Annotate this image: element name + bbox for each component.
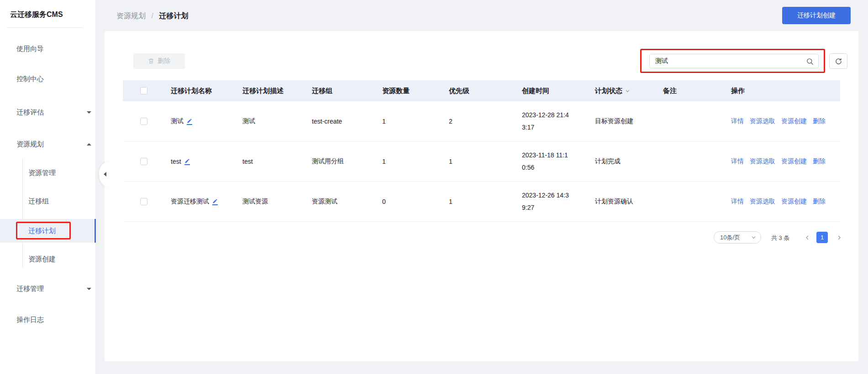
- sidebar-item-migration-group[interactable]: 迁移组: [0, 192, 96, 210]
- plan-name: 资源迁移测试: [171, 197, 209, 206]
- plan-group: test-create: [312, 101, 342, 141]
- trash-icon: [148, 58, 154, 64]
- plan-name: test: [171, 158, 181, 165]
- table-row: 资源迁移测试 测试资源 资源测试 0 1 2023-12-26 14:3 9:2…: [123, 182, 840, 222]
- row-operations: 详情 资源选取 资源创建 删除: [731, 101, 831, 141]
- resource-select-link[interactable]: 资源选取: [750, 117, 775, 125]
- status-filter-chevron-icon[interactable]: [625, 88, 630, 94]
- delete-link[interactable]: 删除: [813, 197, 826, 206]
- plan-desc: 测试: [242, 101, 255, 141]
- sidebar-collapse-handle[interactable]: [99, 161, 111, 187]
- sidebar-item-resource-management[interactable]: 资源管理: [0, 164, 96, 182]
- column-header-resource-count: 资源数量: [382, 80, 410, 101]
- sidebar-item-migration-assessment[interactable]: 迁移评估: [0, 103, 96, 121]
- column-header-group: 迁移组: [312, 80, 332, 101]
- breadcrumb-current: 迁移计划: [159, 12, 188, 20]
- edit-icon[interactable]: [187, 118, 192, 125]
- created-time: 2023-12-28 21:4 3:17: [522, 101, 569, 141]
- refresh-icon: [835, 57, 842, 65]
- sidebar-item-control-center[interactable]: 控制中心: [0, 70, 96, 88]
- breadcrumb-separator: /: [151, 12, 153, 20]
- created-time: 2023-11-18 11:1 0:56: [522, 141, 568, 182]
- page-size-value: 10条/页: [720, 234, 740, 242]
- chevron-down-icon: [87, 288, 91, 290]
- resource-create-link[interactable]: 资源创建: [781, 197, 807, 206]
- chevron-down-icon: [751, 235, 756, 240]
- column-header-created-time: 创建时间: [522, 80, 549, 101]
- total-count: 共 3 条: [771, 234, 789, 242]
- sidebar-item-label: 操作日志: [16, 316, 44, 324]
- table-header: 迁移计划名称 迁移计划描述 迁移组 资源数量 优先级 创建时间 计划状态 备注 …: [123, 80, 840, 101]
- resource-count: 0: [382, 182, 386, 222]
- detail-link[interactable]: 详情: [731, 197, 744, 206]
- sidebar-item-migration-management[interactable]: 迁移管理: [0, 280, 96, 298]
- row-checkbox[interactable]: [140, 198, 147, 205]
- resource-create-link[interactable]: 资源创建: [781, 117, 807, 125]
- column-header-priority: 优先级: [449, 80, 469, 101]
- column-header-plan-desc: 迁移计划描述: [242, 80, 284, 101]
- sidebar-item-usage-guide[interactable]: 使用向导: [0, 40, 96, 58]
- delete-link[interactable]: 删除: [813, 157, 826, 166]
- edit-icon[interactable]: [212, 198, 218, 205]
- plan-group: 资源测试: [312, 182, 337, 222]
- priority: 2: [449, 101, 452, 141]
- delete-link[interactable]: 删除: [813, 117, 826, 125]
- plan-status: 目标资源创建: [595, 101, 633, 141]
- plan-group: 测试用分组: [312, 141, 344, 182]
- sidebar-item-label: 迁移计划: [28, 227, 56, 235]
- search-box: [649, 54, 819, 68]
- sidebar-item-migration-plan[interactable]: 迁移计划: [0, 219, 96, 243]
- sidebar-item-label: 使用向导: [16, 45, 44, 53]
- content-card: 删除 迁移计划名称 迁移计划描述 迁移组 资源数量 优先级 创建时间 计划状态: [105, 31, 858, 361]
- plan-status: 计划完成: [595, 141, 621, 182]
- page: 云迁移服务CMS 使用向导 控制中心 迁移评估 资源规划 资源管理 迁移组 迁移…: [0, 0, 868, 374]
- sidebar-item-resource-planning[interactable]: 资源规划: [0, 135, 96, 153]
- page-1-button[interactable]: 1: [816, 232, 828, 243]
- prev-page-button[interactable]: [801, 232, 813, 243]
- sidebar-item-label: 迁移评估: [16, 108, 44, 117]
- sidebar-item-resource-creation[interactable]: 资源创建: [0, 250, 96, 268]
- create-migration-plan-button[interactable]: 迁移计划创建: [782, 7, 851, 24]
- select-all-checkbox[interactable]: [140, 87, 147, 94]
- breadcrumb-parent[interactable]: 资源规划: [116, 12, 146, 20]
- detail-link[interactable]: 详情: [731, 117, 744, 125]
- next-page-button[interactable]: [833, 232, 845, 243]
- column-header-remark: 备注: [663, 80, 677, 101]
- row-checkbox[interactable]: [140, 158, 147, 165]
- sidebar-item-label: 控制中心: [16, 75, 44, 83]
- edit-icon[interactable]: [184, 158, 190, 165]
- resource-select-link[interactable]: 资源选取: [750, 157, 775, 166]
- resource-select-link[interactable]: 资源选取: [750, 197, 775, 206]
- search-icon[interactable]: [806, 57, 814, 67]
- sidebar: 云迁移服务CMS 使用向导 控制中心 迁移评估 资源规划 资源管理 迁移组 迁移…: [0, 0, 96, 374]
- plan-desc: 测试资源: [242, 182, 268, 222]
- detail-link[interactable]: 详情: [731, 157, 744, 166]
- row-checkbox[interactable]: [140, 118, 147, 125]
- chevron-down-icon: [87, 111, 91, 114]
- sidebar-item-label: 资源规划: [16, 140, 44, 149]
- collapse-left-icon: [104, 172, 106, 177]
- created-time: 2023-12-26 14:3 9:27: [522, 182, 569, 222]
- search-input[interactable]: [650, 54, 818, 68]
- priority: 1: [449, 141, 452, 182]
- column-header-label: 计划状态: [595, 87, 622, 95]
- selected-indicator-bar: [95, 219, 96, 243]
- app-title: 云迁移服务CMS: [10, 10, 63, 20]
- delete-button[interactable]: 删除: [133, 53, 185, 69]
- sidebar-item-label: 迁移管理: [16, 285, 44, 293]
- page-size-select[interactable]: 10条/页: [714, 231, 761, 244]
- sidebar-item-label: 资源管理: [28, 169, 56, 177]
- chevron-up-icon: [87, 143, 91, 145]
- column-header-plan-name: 迁移计划名称: [171, 80, 212, 101]
- row-operations: 详情 资源选取 资源创建 删除: [731, 141, 831, 182]
- table-row: 测试 测试 test-create 1 2 2023-12-28 21:4 3:…: [123, 101, 840, 141]
- plan-status: 计划资源确认: [595, 182, 633, 222]
- delete-button-label: 删除: [158, 57, 170, 65]
- breadcrumb: 资源规划 / 迁移计划: [116, 11, 188, 21]
- refresh-button[interactable]: [829, 53, 847, 69]
- resource-create-link[interactable]: 资源创建: [781, 157, 807, 166]
- sidebar-item-operation-log[interactable]: 操作日志: [0, 311, 96, 329]
- plan-name: 测试: [171, 117, 184, 125]
- sidebar-item-label: 迁移组: [28, 197, 49, 206]
- row-operations: 详情 资源选取 资源创建 删除: [731, 182, 831, 222]
